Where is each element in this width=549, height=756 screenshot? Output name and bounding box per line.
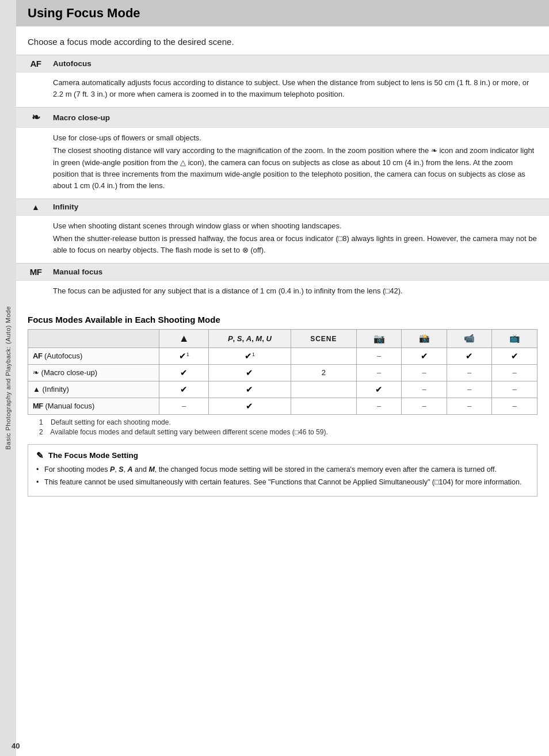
macro-desc-1: Use for close-ups of flowers or small ob… (53, 132, 537, 144)
macro-section: ❧ Macro close-up Use for close-ups of fl… (16, 107, 549, 198)
infinity-body: Use when shooting distant scenes through… (16, 215, 549, 263)
row-col5: – (402, 381, 447, 398)
page-wrapper: Basic Photography and Playback: (Auto) M… (0, 0, 549, 756)
th-scene: SCENE (291, 329, 356, 348)
row-psamu: ✔1 (209, 348, 291, 364)
th-psamu: P, S, A, M, U (209, 329, 291, 348)
footnote-1: 1 Default setting for each shooting mode… (39, 418, 526, 426)
manual-body: The focus can be adjusted for any subjec… (16, 280, 549, 304)
infinity-icon: ▲ (28, 203, 44, 212)
row-mode-label: ▲ (Infinity) (28, 381, 159, 398)
row-scene (291, 381, 356, 398)
th-col4: 📷 (356, 329, 402, 348)
macro-header: ❧ Macro close-up (16, 107, 549, 127)
row-col5: ✔ (402, 348, 447, 364)
footnote-2: 2 Available focus modes and default sett… (39, 428, 526, 436)
row-auto: – (159, 398, 209, 414)
row-col6: – (447, 381, 492, 398)
manual-header: MF Manual focus (16, 263, 549, 280)
autofocus-icon: AF (28, 59, 44, 68)
row-col5: – (402, 364, 447, 381)
row-psamu: ✔ (209, 381, 291, 398)
row-auto: ✔ (159, 364, 209, 381)
row-mode-label: ❧ (Macro close-up) (28, 364, 159, 381)
table-row: ❧ (Macro close-up) ✔ ✔ 2 – – – – (28, 364, 537, 381)
row-scene: 2 (291, 364, 356, 381)
macro-icon: ❧ (28, 111, 44, 124)
row-col4: ✔ (356, 381, 402, 398)
note-heading: The Focus Mode Setting (48, 451, 138, 460)
note-icon: ✎ (36, 450, 44, 461)
row-col7: – (492, 381, 537, 398)
row-col4: – (356, 398, 402, 414)
autofocus-section: AF Autofocus Camera automatically adjust… (16, 55, 549, 107)
row-col4: – (356, 348, 402, 364)
row-col7: ✔ (492, 348, 537, 364)
note-list: For shooting modes P, S, A and M, the ch… (36, 464, 529, 488)
page-title: Using Focus Mode (28, 6, 537, 21)
th-auto: ▲ (159, 329, 209, 348)
autofocus-description: Camera automatically adjusts focus accor… (53, 77, 537, 100)
row-col6: – (447, 364, 492, 381)
table-header-row: ▲ P, S, A, M, U SCENE 📷 📸 (28, 329, 537, 348)
row-psamu: ✔ (209, 398, 291, 414)
table-row: MF (Manual focus) – ✔ – – – – (28, 398, 537, 414)
manual-desc: The focus can be adjusted for any subjec… (53, 285, 537, 297)
macro-title: Macro close-up (53, 113, 110, 122)
infinity-desc-2: When the shutter-release button is press… (53, 233, 537, 256)
table-heading: Focus Modes Available in Each Shooting M… (28, 315, 537, 324)
th-mode (28, 329, 159, 348)
intro-text: Choose a focus mode according to the des… (16, 37, 549, 55)
footnotes: 1 Default setting for each shooting mode… (39, 418, 526, 436)
autofocus-body: Camera automatically adjusts focus accor… (16, 72, 549, 107)
main-content: Using Focus Mode Choose a focus mode acc… (16, 0, 549, 756)
row-col4: – (356, 364, 402, 381)
row-col6: ✔ (447, 348, 492, 364)
th-col7: 📺 (492, 329, 537, 348)
autofocus-title: Autofocus (53, 59, 92, 68)
row-scene (291, 398, 356, 414)
th-col6: 📹 (447, 329, 492, 348)
manual-section: MF Manual focus The focus can be adjuste… (16, 263, 549, 304)
infinity-desc-1: Use when shooting distant scenes through… (53, 220, 537, 232)
th-col5: 📸 (402, 329, 447, 348)
infinity-section: ▲ Infinity Use when shooting distant sce… (16, 198, 549, 263)
sidebar-text: Basic Photography and Playback: (Auto) M… (5, 306, 12, 450)
sidebar: Basic Photography and Playback: (Auto) M… (0, 0, 16, 756)
row-auto: ✔ (159, 381, 209, 398)
table-section: Focus Modes Available in Each Shooting M… (28, 315, 537, 436)
row-auto: ✔1 (159, 348, 209, 364)
table-row: AF (Autofocus) ✔1 ✔1 – ✔ ✔ ✔ (28, 348, 537, 364)
manual-icon: MF (28, 267, 44, 277)
infinity-header: ▲ Infinity (16, 198, 549, 215)
row-psamu: ✔ (209, 364, 291, 381)
page-number: 40 (12, 742, 20, 750)
autofocus-header: AF Autofocus (16, 55, 549, 72)
infinity-title: Infinity (53, 203, 78, 211)
row-col6: – (447, 398, 492, 414)
row-col5: – (402, 398, 447, 414)
table-row: ▲ (Infinity) ✔ ✔ ✔ – – – (28, 381, 537, 398)
macro-body: Use for close-ups of flowers or small ob… (16, 127, 549, 198)
note-title: ✎ The Focus Mode Setting (36, 450, 529, 461)
row-col7: – (492, 364, 537, 381)
macro-desc-2: The closest shooting distance will vary … (53, 145, 537, 192)
page-title-bar: Using Focus Mode (16, 0, 549, 26)
row-mode-label: MF (Manual focus) (28, 398, 159, 414)
focus-table: ▲ P, S, A, M, U SCENE 📷 📸 (28, 329, 537, 415)
manual-title: Manual focus (53, 268, 102, 276)
row-mode-label: AF (Autofocus) (28, 348, 159, 364)
note-item-1: For shooting modes P, S, A and M, the ch… (36, 464, 529, 475)
row-col7: – (492, 398, 537, 414)
row-scene (291, 348, 356, 364)
note-item-2: This feature cannot be used simultaneous… (36, 477, 529, 488)
note-box: ✎ The Focus Mode Setting For shooting mo… (28, 444, 537, 497)
